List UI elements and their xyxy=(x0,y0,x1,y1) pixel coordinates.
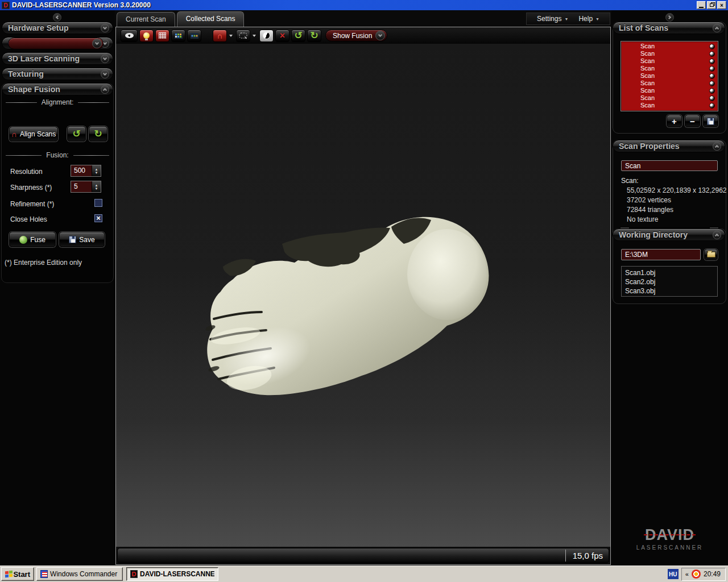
file-list[interactable]: Scan1.obj Scan2.obj Scan3.obj xyxy=(621,266,718,297)
undo-button[interactable]: ↺ xyxy=(67,126,86,142)
language-indicator[interactable]: HU xyxy=(668,569,679,579)
eye-icon[interactable] xyxy=(709,95,715,101)
fps-counter: 15,0 fps xyxy=(565,550,609,562)
tab-current-scan[interactable]: Current Scan xyxy=(117,12,175,27)
minimize-button[interactable] xyxy=(697,1,706,9)
delete-button[interactable]: × xyxy=(275,30,289,42)
grid-button[interactable] xyxy=(155,30,169,42)
right-sidebar: List of Scans Scan Scan Scan Scan Scan S… xyxy=(611,10,728,566)
selection-dropdown-caret[interactable] xyxy=(253,35,256,37)
browse-folder-button[interactable] xyxy=(704,249,718,260)
task-david-laserscanner[interactable]: D DAVID-LASERSCANNE... xyxy=(126,567,218,581)
resolution-stepper[interactable]: 500 ▲▼ xyxy=(71,165,101,177)
delete-x-icon: × xyxy=(280,32,285,40)
collapse-left-panel-button[interactable] xyxy=(53,13,61,22)
menubar: Settings▼ Help▼ xyxy=(526,13,610,25)
chevron-up-icon[interactable] xyxy=(713,24,721,32)
add-scan-button[interactable]: + xyxy=(667,115,682,127)
chevron-down-icon[interactable] xyxy=(375,31,385,40)
align-tool-button[interactable]: ∩ xyxy=(213,30,227,42)
close-holes-checkbox[interactable]: × xyxy=(94,214,102,222)
undo-icon: ↺ xyxy=(72,128,80,140)
scan-list-item[interactable]: Scan xyxy=(621,65,718,72)
3d-viewport[interactable] xyxy=(116,44,610,547)
eye-icon[interactable] xyxy=(709,51,715,57)
fuse-sphere-icon xyxy=(19,236,27,244)
eye-icon[interactable] xyxy=(709,88,715,94)
fuse-button[interactable]: Fuse xyxy=(9,232,56,247)
remove-scan-button[interactable]: − xyxy=(685,115,700,127)
texture-view-button[interactable] xyxy=(171,30,185,42)
scan-list-item[interactable]: Scan xyxy=(621,72,718,80)
task-windows-commander[interactable]: Windows Commander 3.... xyxy=(36,567,123,581)
scan-name-input[interactable] xyxy=(621,160,718,171)
menu-help[interactable]: Help▼ xyxy=(575,15,603,23)
working-directory-header[interactable]: Working Directory xyxy=(613,228,725,241)
scan-list-item[interactable]: Scan xyxy=(621,50,718,57)
eye-icon[interactable] xyxy=(709,66,715,72)
invert-selection-button[interactable] xyxy=(259,30,274,42)
close-button[interactable]: × xyxy=(717,1,726,9)
scan-list-item[interactable]: Scan xyxy=(621,87,718,94)
panel-texturing[interactable]: Texturing xyxy=(2,68,113,80)
scan-properties-panel: Scan Properties Scan: 55,02592 x 220,183… xyxy=(613,140,726,240)
working-directory-input[interactable] xyxy=(621,249,701,260)
chevron-down-icon[interactable] xyxy=(101,70,109,78)
redo-toolbar-button[interactable]: ↻ xyxy=(307,30,321,42)
menu-settings[interactable]: Settings▼ xyxy=(533,15,572,23)
scan-list-item[interactable]: Scan xyxy=(621,94,718,102)
eye-icon[interactable] xyxy=(709,81,715,86)
color-grid-icon xyxy=(175,33,183,39)
collapse-right-panel-button[interactable] xyxy=(665,13,674,22)
spinner-arrows-icon[interactable]: ▲▼ xyxy=(92,181,101,192)
scan-list-item[interactable]: Scan xyxy=(621,80,718,87)
panel-hardware-setup[interactable]: Hardware Setup xyxy=(2,22,113,34)
list-of-scans-header[interactable]: List of Scans xyxy=(613,22,725,34)
refinement-checkbox[interactable] xyxy=(94,199,102,207)
eye-icon[interactable] xyxy=(709,59,715,64)
file-item[interactable]: Scan3.obj xyxy=(625,286,714,296)
panel-3d-laser-scanning[interactable]: 3D Laser Scanning xyxy=(2,52,113,65)
scan-dimensions: 55,02592 x 220,1839 x 132,2962 xyxy=(627,186,726,194)
save-button[interactable]: Save xyxy=(59,232,105,247)
chevron-down-icon[interactable] xyxy=(101,55,109,63)
chevron-down-icon[interactable] xyxy=(92,39,102,48)
show-fusion-dropdown[interactable]: Show Fusion xyxy=(325,30,387,41)
main-frame: ∩ × ↺ ↻ Show Fusion xyxy=(115,27,611,565)
undo-toolbar-button[interactable]: ↺ xyxy=(291,30,305,42)
spinner-arrows-icon[interactable]: ▲▼ xyxy=(92,165,101,176)
eye-icon[interactable] xyxy=(709,103,715,109)
chevron-up-icon[interactable] xyxy=(101,85,109,94)
tray-collapse-icon[interactable]: « xyxy=(685,571,689,577)
tray-app-icon[interactable] xyxy=(692,569,701,579)
eye-icon[interactable] xyxy=(709,73,715,79)
chevron-down-icon[interactable] xyxy=(101,24,109,32)
start-button[interactable]: Start xyxy=(1,567,34,581)
scan-properties-header[interactable]: Scan Properties xyxy=(613,140,725,152)
chevron-up-icon[interactable] xyxy=(713,231,721,239)
restore-button[interactable] xyxy=(707,1,716,9)
sharpness-stepper[interactable]: 5 ▲▼ xyxy=(71,181,101,193)
list-view-button[interactable] xyxy=(187,30,201,42)
enterprise-footnote: (*) Enterprise Edition only xyxy=(5,259,82,267)
selection-tool-button[interactable] xyxy=(236,30,250,42)
left-sidebar: Hardware Setup Camera Calibration 3D Las… xyxy=(0,10,115,566)
visibility-button[interactable] xyxy=(121,30,138,42)
tab-collected-scans[interactable]: Collected Scans xyxy=(177,11,245,27)
save-scan-button[interactable] xyxy=(703,115,718,127)
panel-shape-fusion[interactable]: Shape Fusion xyxy=(2,83,113,95)
light-button[interactable] xyxy=(139,30,154,42)
scan-list-item[interactable]: Scan xyxy=(621,102,718,109)
floppy-icon xyxy=(707,118,714,125)
align-dropdown-caret[interactable] xyxy=(229,35,233,37)
bulb-icon xyxy=(143,32,150,39)
scan-list-item[interactable]: Scan xyxy=(621,57,718,65)
chevron-up-icon[interactable] xyxy=(713,142,721,151)
file-item[interactable]: Scan1.obj xyxy=(625,268,714,277)
eye-icon[interactable] xyxy=(709,44,715,49)
align-scans-button[interactable]: ∩ Align Scans xyxy=(9,127,58,142)
alignment-dropdown[interactable] xyxy=(8,38,104,49)
redo-button[interactable]: ↻ xyxy=(89,126,107,142)
scan-list-item[interactable]: Scan xyxy=(621,43,718,50)
file-item[interactable]: Scan2.obj xyxy=(625,277,714,286)
